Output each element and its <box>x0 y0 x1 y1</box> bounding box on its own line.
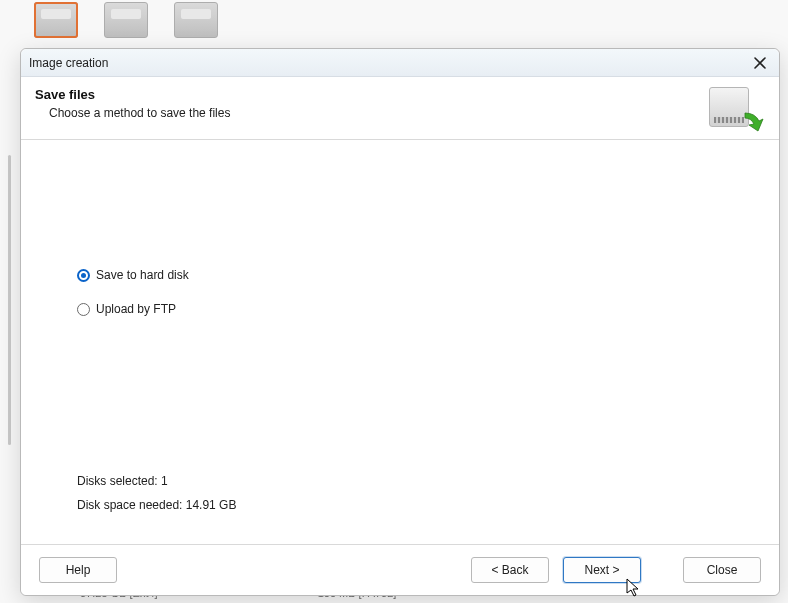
wizard-footer: Help < Back Next > Close <box>21 544 779 595</box>
radio-label: Save to hard disk <box>96 268 189 282</box>
wizard-nav-buttons: < Back Next > Close <box>471 557 761 583</box>
disk-icon <box>104 2 148 38</box>
wizard-header-text: Save files Choose a method to save the f… <box>35 87 230 120</box>
image-creation-dialog: Image creation Save files Choose a metho… <box>20 48 780 596</box>
radio-icon <box>77 303 90 316</box>
radio-save-hard-disk[interactable]: Save to hard disk <box>77 268 723 282</box>
disk-icon <box>174 2 218 38</box>
disks-selected-line: Disks selected: 1 <box>77 474 236 488</box>
back-button[interactable]: < Back <box>471 557 549 583</box>
background-disk-icons <box>34 2 218 38</box>
wizard-heading: Save files <box>35 87 230 102</box>
space-needed-label: Disk space needed: <box>77 498 182 512</box>
dialog-titlebar: Image creation <box>21 49 779 77</box>
disks-selected-value: 1 <box>161 474 168 488</box>
radio-upload-ftp[interactable]: Upload by FTP <box>77 302 723 316</box>
dialog-title: Image creation <box>29 56 108 70</box>
status-block: Disks selected: 1 Disk space needed: 14.… <box>77 474 236 522</box>
radio-label: Upload by FTP <box>96 302 176 316</box>
radio-icon <box>77 269 90 282</box>
space-needed-value: 14.91 GB <box>186 498 237 512</box>
wizard-subheading: Choose a method to save the files <box>35 106 230 120</box>
disks-selected-label: Disks selected: <box>77 474 158 488</box>
space-needed-line: Disk space needed: 14.91 GB <box>77 498 236 512</box>
save-method-radio-group: Save to hard disk Upload by FTP <box>77 268 723 316</box>
background-scrollbar <box>8 155 11 445</box>
save-disk-icon <box>709 87 761 131</box>
help-button[interactable]: Help <box>39 557 117 583</box>
next-button[interactable]: Next > <box>563 557 641 583</box>
wizard-content: Save to hard disk Upload by FTP Disks se… <box>21 140 779 544</box>
wizard-header: Save files Choose a method to save the f… <box>21 77 779 140</box>
disk-icon <box>34 2 78 38</box>
close-icon[interactable] <box>751 54 769 72</box>
close-button[interactable]: Close <box>683 557 761 583</box>
